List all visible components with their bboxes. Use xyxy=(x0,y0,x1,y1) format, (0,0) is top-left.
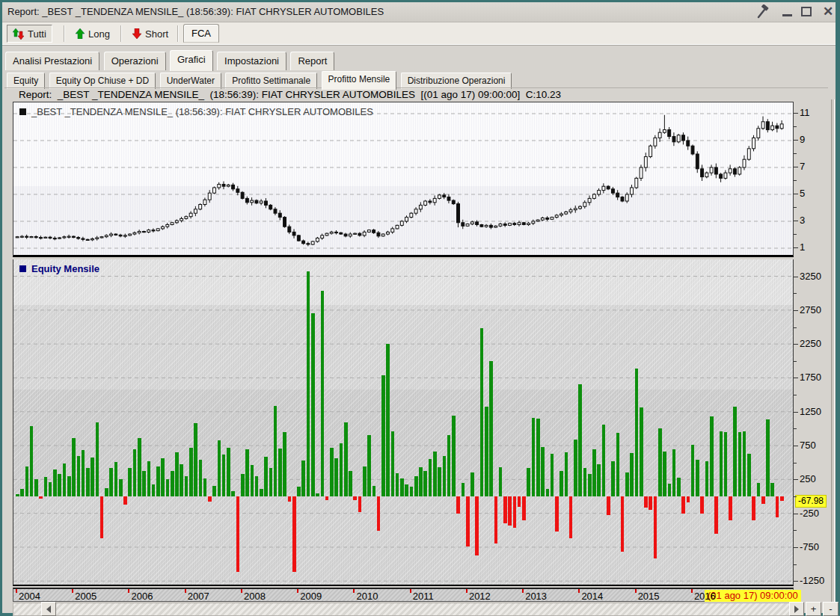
subtab-profitto-settimanale[interactable]: Profitto Settimanale xyxy=(225,73,317,89)
tab-impostazioni[interactable]: Impostazioni xyxy=(217,52,286,70)
price-legend-label: _BEST _TENDENZA MENSILE_ (18:56:39): FIA… xyxy=(31,106,373,117)
year-label: 2012 xyxy=(469,591,491,602)
horizontal-scrollbar-track[interactable] xyxy=(13,603,794,616)
y-axis-tick xyxy=(794,113,798,114)
year-tick xyxy=(128,589,129,593)
title-bar[interactable]: Report: _BEST _TENDENZA MENSILE_ (18:56:… xyxy=(2,2,836,22)
y-axis-tick xyxy=(794,310,798,311)
year-label: 2010 xyxy=(356,591,378,602)
y-axis-label: 9 xyxy=(800,134,805,145)
y-axis-tick xyxy=(794,167,798,167)
y-axis-tick xyxy=(794,412,798,413)
y-axis-label: -1250 xyxy=(800,575,824,586)
y-axis-tick xyxy=(794,221,798,221)
year-label: 2011 xyxy=(413,591,434,602)
arrow-down-icon xyxy=(132,28,141,39)
cursor-date-label: (01 ago 17) 09:00:00 xyxy=(705,590,801,602)
y-axis-label: 3 xyxy=(800,215,805,226)
scroll-left-button[interactable] xyxy=(41,602,56,616)
long-button[interactable]: Long xyxy=(70,25,116,43)
y-axis-tick xyxy=(794,361,797,362)
short-button[interactable]: Short xyxy=(126,25,174,43)
toolbar-separator xyxy=(177,25,179,42)
long-label: Long xyxy=(88,28,110,40)
sub-tab-row: Equity Equity Op Chiuse + DD UnderWater … xyxy=(7,71,512,88)
subtab-profitto-mensile[interactable]: Profitto Mensile xyxy=(322,71,397,90)
report-header-line: Report: _BEST _TENDENZA MENSILE_ (18:56:… xyxy=(19,89,561,100)
y-axis-tick xyxy=(794,344,798,345)
y-axis-tick xyxy=(794,293,797,294)
year-tick xyxy=(522,589,524,593)
y-axis-tick xyxy=(794,234,797,235)
year-label: 2016 xyxy=(694,591,716,602)
year-label: 2015 xyxy=(638,591,660,602)
y-axis-label: 1 xyxy=(800,241,805,253)
equity-legend-label: Equity Mensile xyxy=(31,263,99,274)
scroll-left-icon xyxy=(46,606,51,613)
y-axis-label: 1250 xyxy=(800,406,821,417)
subtab-equity[interactable]: Equity xyxy=(7,73,45,89)
right-edge-strip xyxy=(831,99,835,616)
tutti-button[interactable]: Tutti xyxy=(7,25,52,43)
year-tick xyxy=(410,589,411,593)
y-axis-label: 2250 xyxy=(800,338,821,349)
y-axis-tick xyxy=(794,564,797,565)
y-axis-tick xyxy=(794,153,797,154)
equity-bar-chart xyxy=(13,259,793,585)
y-axis-tick xyxy=(794,514,798,514)
main-tab-row: Analisi Prestazioni Operazioni Grafici I… xyxy=(5,50,335,70)
year-label: 2013 xyxy=(525,591,547,602)
zoom-out-button[interactable]: - xyxy=(823,602,839,616)
toolbar-separator xyxy=(64,25,65,42)
window-title: Report: _BEST _TENDENZA MENSILE_ (18:56:… xyxy=(7,6,384,17)
y-axis-tick xyxy=(794,547,798,548)
year-label: 2009 xyxy=(300,591,322,602)
y-axis-label: 750 xyxy=(800,440,816,451)
symbol-tab-fca[interactable]: FCA xyxy=(183,24,219,43)
tab-grafici[interactable]: Grafici xyxy=(170,50,213,71)
toolbar-separator xyxy=(120,25,122,42)
y-axis-tick xyxy=(794,327,797,328)
y-axis-tick xyxy=(794,428,797,429)
equity-chart-plot: Equity Mensile xyxy=(13,259,794,586)
y-axis-tick xyxy=(794,530,797,531)
zoom-in-button[interactable]: + xyxy=(806,602,821,616)
y-axis-label: 250 xyxy=(800,473,816,484)
price-chart-legend: _BEST _TENDENZA MENSILE_ (18:56:39): FIA… xyxy=(19,106,373,117)
minimize-icon xyxy=(782,14,792,16)
subtab-equity-op-chiuse-dd[interactable]: Equity Op Chiuse + DD xyxy=(49,73,156,89)
year-tick xyxy=(185,589,186,593)
y-axis-label: 7 xyxy=(800,161,805,172)
year-label: 2014 xyxy=(581,591,603,602)
year-tick xyxy=(297,589,298,593)
tab-report[interactable]: Report xyxy=(290,52,334,70)
y-axis-tick xyxy=(794,446,798,446)
equity-chart-legend: Equity Mensile xyxy=(19,263,99,274)
y-axis-tick xyxy=(794,207,797,208)
report-window: Report: _BEST _TENDENZA MENSILE_ (18:56:… xyxy=(0,0,840,616)
y-axis-tick xyxy=(794,395,797,395)
year-label: 2004 xyxy=(19,591,40,602)
year-tick xyxy=(635,589,637,593)
year-label: 2005 xyxy=(75,591,96,602)
scroll-right-icon xyxy=(794,606,799,613)
toolbar: Tutti Long Short FCA xyxy=(2,22,836,46)
tab-analisi-prestazioni[interactable]: Analisi Prestazioni xyxy=(5,52,99,70)
hammer-glyph xyxy=(754,4,770,19)
symbol-label: FCA xyxy=(191,28,211,39)
scroll-right-button[interactable] xyxy=(789,602,804,616)
year-tick xyxy=(466,589,467,593)
last-value-marker: -67.98 xyxy=(795,495,827,508)
subtab-underwater[interactable]: UnderWater xyxy=(160,73,221,89)
tools-hammer-icon[interactable] xyxy=(754,4,772,19)
year-label: 2008 xyxy=(244,591,266,602)
y-axis-tick xyxy=(794,463,797,463)
y-axis-tick xyxy=(794,496,797,497)
year-tick xyxy=(578,589,580,593)
y-axis-tick xyxy=(794,194,798,194)
y-axis-label: 3250 xyxy=(800,271,821,282)
legend-swatch-icon xyxy=(19,108,26,115)
candlestick-chart xyxy=(13,102,793,256)
tab-operazioni[interactable]: Operazioni xyxy=(104,52,166,70)
subtab-distribuzione-operazioni[interactable]: Distribuzione Operazioni xyxy=(401,73,512,89)
